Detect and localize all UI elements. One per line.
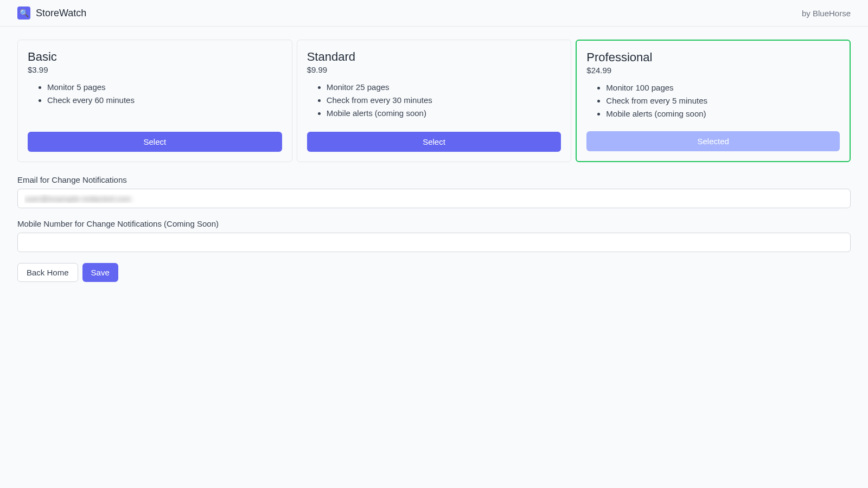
save-button[interactable]: Save <box>82 263 118 282</box>
plan-feature: Check from every 30 minutes <box>327 94 561 107</box>
mobile-label: Mobile Number for Change Notifications (… <box>17 219 851 228</box>
plan-feature-list: Monitor 25 pages Check from every 30 min… <box>307 81 561 121</box>
selected-plan-button[interactable]: Selected <box>586 131 840 151</box>
plan-feature: Mobile alerts (coming soon) <box>606 107 840 120</box>
brand-name: StoreWatch <box>36 8 86 19</box>
plan-name: Basic <box>28 50 282 64</box>
plan-card-standard: Standard $9.99 Monitor 25 pages Check fr… <box>297 40 572 162</box>
plan-feature: Mobile alerts (coming soon) <box>327 107 561 120</box>
main-content: Basic $3.99 Monitor 5 pages Check every … <box>0 27 868 295</box>
plan-feature: Monitor 100 pages <box>606 81 840 94</box>
plan-card-basic: Basic $3.99 Monitor 5 pages Check every … <box>17 40 292 162</box>
plan-feature-list: Monitor 100 pages Check from every 5 min… <box>586 81 840 120</box>
mobile-input[interactable] <box>17 233 851 252</box>
plan-feature-list: Monitor 5 pages Check every 60 minutes <box>28 81 282 121</box>
plan-grid: Basic $3.99 Monitor 5 pages Check every … <box>17 40 851 162</box>
brand-icon: 🔍 <box>17 7 30 20</box>
plan-feature: Check every 60 minutes <box>47 94 282 107</box>
select-plan-button[interactable]: Select <box>307 132 561 152</box>
email-label: Email for Change Notifications <box>17 175 851 184</box>
plan-name: Professional <box>586 50 840 65</box>
plan-price: $9.99 <box>307 65 561 74</box>
email-form-group: Email for Change Notifications <box>17 175 851 208</box>
plan-name: Standard <box>307 50 561 64</box>
brand-emoji-icon: 🔍 <box>20 9 29 17</box>
plan-feature: Check from every 5 minutes <box>606 94 840 107</box>
plan-price: $3.99 <box>28 65 282 74</box>
app-header: 🔍 StoreWatch by BlueHorse <box>0 0 868 27</box>
attribution-text: by BlueHorse <box>802 9 851 18</box>
email-input[interactable] <box>17 189 851 208</box>
plan-feature: Monitor 5 pages <box>47 81 282 94</box>
plan-price: $24.99 <box>586 66 840 75</box>
plan-feature: Monitor 25 pages <box>327 81 561 94</box>
action-buttons: Back Home Save <box>17 263 851 282</box>
plan-card-professional: Professional $24.99 Monitor 100 pages Ch… <box>576 40 851 162</box>
mobile-form-group: Mobile Number for Change Notifications (… <box>17 219 851 252</box>
back-home-button[interactable]: Back Home <box>17 263 78 282</box>
select-plan-button[interactable]: Select <box>28 132 282 152</box>
brand: 🔍 StoreWatch <box>17 7 86 20</box>
